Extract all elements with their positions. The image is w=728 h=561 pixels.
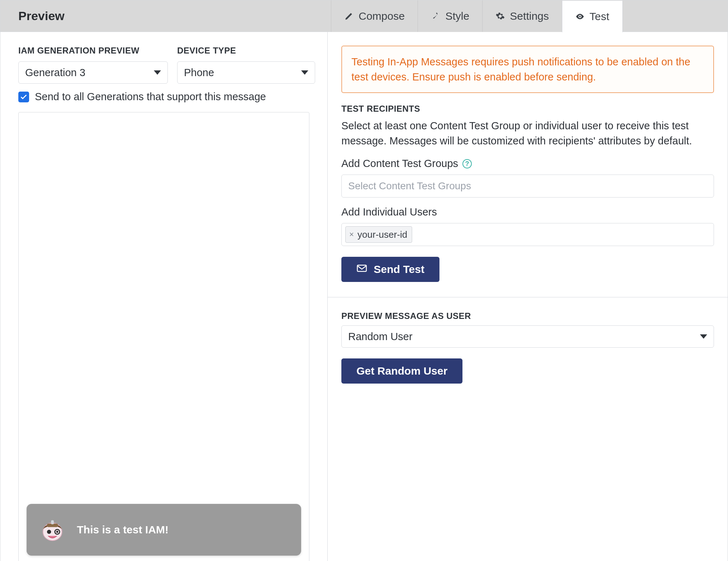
preview-as-user-select[interactable]: Random User: [341, 325, 714, 348]
body-split: IAM GENERATION PREVIEW Generation 3 DEVI…: [0, 32, 728, 561]
alert-text: Testing In-App Messages requires push no…: [351, 56, 690, 83]
iam-generation-control: IAM GENERATION PREVIEW Generation 3: [18, 46, 168, 84]
iam-generation-label: IAM GENERATION PREVIEW: [18, 46, 168, 56]
select-value: Random User: [348, 331, 413, 343]
iam-generation-select[interactable]: Generation 3: [18, 61, 168, 84]
button-label: Get Random User: [356, 365, 447, 377]
user-tag[interactable]: × your-user-id: [345, 226, 412, 243]
caret-down-icon: [700, 334, 707, 339]
checkbox-checked-icon[interactable]: [18, 92, 29, 102]
content-test-groups-input[interactable]: [341, 175, 714, 198]
field-label-text: Add Content Test Groups: [341, 158, 458, 170]
device-preview: This is a test IAM!: [18, 112, 309, 561]
tab-test[interactable]: Test: [562, 1, 623, 32]
pane-right: Testing In-App Messages requires push no…: [327, 32, 728, 561]
toast-avatar-icon: [39, 516, 66, 543]
device-type-control: DEVICE TYPE Phone: [177, 46, 315, 84]
pane-left: IAM GENERATION PREVIEW Generation 3 DEVI…: [0, 32, 327, 561]
page-title: Preview: [0, 9, 331, 23]
tab-label: Settings: [510, 10, 549, 22]
gear-icon: [496, 11, 505, 21]
tab-label: Compose: [359, 10, 405, 22]
user-tag-label: your-user-id: [358, 227, 407, 242]
svg-rect-8: [358, 265, 367, 272]
envelope-icon: [356, 263, 367, 276]
preview-as-title: PREVIEW MESSAGE AS USER: [341, 311, 714, 321]
select-value: Generation 3: [25, 67, 86, 79]
page-root: Preview Compose Style Settings: [0, 0, 728, 561]
caret-down-icon: [301, 70, 308, 75]
tab-label: Test: [590, 10, 609, 23]
svg-rect-4: [51, 520, 54, 524]
iam-toast: This is a test IAM!: [27, 504, 301, 556]
send-test-button[interactable]: Send Test: [341, 257, 439, 282]
test-recipients-section: Testing In-App Messages requires push no…: [328, 32, 728, 297]
select-value: Phone: [184, 67, 214, 79]
eye-icon: [575, 12, 585, 21]
tab-style[interactable]: Style: [418, 0, 482, 32]
paintbrush-icon: [431, 11, 440, 21]
tab-label: Style: [445, 10, 469, 22]
tabs: Compose Style Settings Test: [331, 0, 623, 32]
push-warning-alert: Testing In-App Messages requires push no…: [341, 46, 714, 93]
toast-message: This is a test IAM!: [77, 524, 169, 536]
individual-users-input[interactable]: × your-user-id: [341, 223, 714, 246]
send-all-generations-label: Send to all Generations that support thi…: [35, 91, 266, 103]
svg-point-7: [56, 531, 58, 533]
send-all-generations-row[interactable]: Send to all Generations that support thi…: [18, 91, 309, 103]
button-label: Send Test: [374, 263, 424, 275]
svg-point-0: [579, 15, 580, 17]
device-type-label: DEVICE TYPE: [177, 46, 315, 56]
tab-settings[interactable]: Settings: [482, 0, 562, 32]
get-random-user-button[interactable]: Get Random User: [341, 358, 462, 384]
field-label-text: Add Individual Users: [341, 206, 437, 218]
remove-tag-icon[interactable]: ×: [349, 227, 354, 242]
content-test-groups-label: Add Content Test Groups ?: [341, 158, 714, 170]
svg-point-5: [47, 530, 51, 534]
test-recipients-help: Select at least one Content Test Group o…: [341, 118, 714, 148]
left-controls: IAM GENERATION PREVIEW Generation 3 DEVI…: [18, 46, 309, 84]
preview-as-user-section: PREVIEW MESSAGE AS USER Random User Get …: [328, 297, 728, 399]
test-recipients-title: TEST RECIPIENTS: [341, 104, 714, 114]
help-icon[interactable]: ?: [462, 159, 472, 168]
top-bar: Preview Compose Style Settings: [0, 0, 728, 32]
caret-down-icon: [154, 70, 161, 75]
tab-compose[interactable]: Compose: [331, 0, 418, 32]
individual-users-label: Add Individual Users: [341, 206, 714, 218]
device-type-select[interactable]: Phone: [177, 61, 315, 84]
pencil-icon: [344, 11, 354, 21]
